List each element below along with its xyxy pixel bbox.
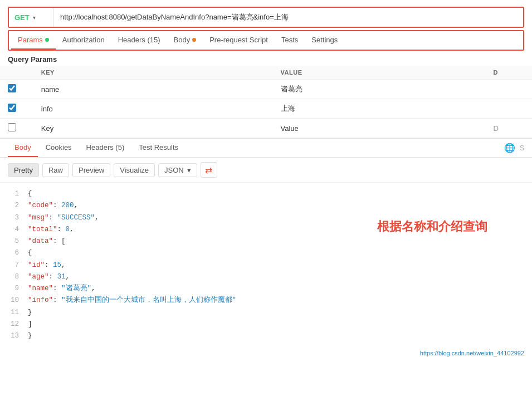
url-input[interactable] <box>53 13 523 22</box>
tab-tests[interactable]: Tests <box>275 31 305 50</box>
annotation-text: 根据名称和介绍查询 <box>377 216 487 237</box>
line-number: 1 <box>8 188 19 200</box>
json-line: 13} <box>8 330 524 342</box>
line-content: { <box>28 247 524 259</box>
checkbox-col-header <box>0 66 33 80</box>
line-number: 4 <box>8 224 19 236</box>
tab-params[interactable]: Params <box>11 31 56 50</box>
line-content: { <box>28 188 524 200</box>
json-line: 1{ <box>8 188 524 200</box>
tab-settings[interactable]: Settings <box>305 31 344 50</box>
json-line: 9 "name": "诸葛亮", <box>8 283 524 295</box>
line-number: 13 <box>8 330 19 342</box>
wrap-button[interactable]: ⇄ <box>201 162 217 178</box>
response-tab-test-results[interactable]: Test Results <box>132 139 185 157</box>
table-row-placeholder: Key Value D <box>0 119 532 138</box>
query-params-table: KEY VALUE D name 诸葛亮 info 上海 Key <box>0 66 532 138</box>
method-label: GET <box>14 13 30 22</box>
response-tab-body[interactable]: Body <box>8 139 38 157</box>
line-content: "code": 200, <box>28 200 524 212</box>
body-dot <box>192 38 196 42</box>
line-number: 2 <box>8 200 19 212</box>
globe-icon: 🌐 <box>504 143 515 153</box>
response-tabs-container: Body Cookies Headers (5) Test Results 🌐 … <box>0 138 532 158</box>
format-chevron-icon: ▾ <box>187 166 191 174</box>
row2-checkbox-cell <box>0 99 33 119</box>
line-number: 7 <box>8 260 19 271</box>
row2-desc[interactable] <box>486 99 532 119</box>
params-dot <box>45 38 49 42</box>
row2-checkbox[interactable] <box>8 104 16 112</box>
method-dropdown[interactable]: GET ▾ <box>9 8 53 27</box>
pretty-button[interactable]: Pretty <box>8 163 39 177</box>
chevron-down-icon: ▾ <box>33 14 36 21</box>
line-number: 5 <box>8 236 19 247</box>
value-col-header: VALUE <box>273 66 486 80</box>
query-params-title: Query Params <box>0 51 532 66</box>
line-content: "age": 31, <box>28 271 524 283</box>
json-line: 7 "id": 15, <box>8 260 524 271</box>
placeholder-checkbox[interactable] <box>8 123 16 131</box>
json-line: 8 "age": 31, <box>8 271 524 283</box>
line-number: 11 <box>8 307 19 319</box>
line-content: ] <box>28 319 524 330</box>
json-line: 5 "data": [ <box>8 236 524 247</box>
footer-link[interactable]: https://blog.csdn.net/weixin_44102992 <box>0 348 532 359</box>
json-line: 2 "code": 200, <box>8 200 524 212</box>
line-content: "id": 15, <box>28 260 524 271</box>
line-content: "info": "我来自中国的一个大城市，名叫上海，人们称作魔都" <box>28 295 524 306</box>
response-tab-cookies[interactable]: Cookies <box>39 139 79 157</box>
line-content: } <box>28 330 524 342</box>
line-number: 9 <box>8 283 19 295</box>
raw-button[interactable]: Raw <box>42 163 69 177</box>
json-line: 11 } <box>8 307 524 319</box>
tab-headers[interactable]: Headers (15) <box>111 31 167 50</box>
url-bar: GET ▾ <box>8 7 524 28</box>
row1-checkbox-cell <box>0 80 33 99</box>
key-col-header: KEY <box>33 66 273 80</box>
response-action-extra: S <box>520 144 524 152</box>
table-row: info 上海 <box>0 99 532 119</box>
line-content: } <box>28 307 524 319</box>
row2-value[interactable]: 上海 <box>273 99 486 119</box>
line-number: 8 <box>8 271 19 283</box>
tab-authorization[interactable]: Authorization <box>56 31 111 50</box>
row1-desc[interactable] <box>486 80 532 99</box>
request-tabs-container: Params Authorization Headers (15) Body P… <box>8 30 524 51</box>
row1-key[interactable]: name <box>33 80 273 99</box>
preview-button[interactable]: Preview <box>72 163 110 177</box>
line-number: 12 <box>8 319 19 330</box>
line-content: "data": [ <box>28 236 524 247</box>
response-actions: 🌐 S <box>504 143 524 153</box>
row1-checkbox[interactable] <box>8 84 16 92</box>
line-content: "name": "诸葛亮", <box>28 283 524 295</box>
json-line: 10 "info": "我来自中国的一个大城市，名叫上海，人们称作魔都" <box>8 295 524 306</box>
line-number: 6 <box>8 247 19 259</box>
json-line: 12 ] <box>8 319 524 330</box>
line-number: 3 <box>8 212 19 224</box>
table-row: name 诸葛亮 <box>0 80 532 99</box>
placeholder-key[interactable]: Key <box>33 119 273 138</box>
placeholder-desc[interactable]: D <box>486 119 532 138</box>
line-number: 10 <box>8 295 19 306</box>
tab-body[interactable]: Body <box>167 31 203 50</box>
visualize-button[interactable]: Visualize <box>114 163 155 177</box>
json-line: 6 { <box>8 247 524 259</box>
placeholder-value[interactable]: Value <box>273 119 486 138</box>
format-select[interactable]: JSON ▾ <box>158 163 197 177</box>
response-tab-headers[interactable]: Headers (5) <box>80 139 131 157</box>
json-viewer: 1{2 "code": 200,3 "msg": "SUCCESS",4 "to… <box>0 183 532 348</box>
format-toolbar: Pretty Raw Preview Visualize JSON ▾ ⇄ <box>0 158 532 183</box>
row1-value[interactable]: 诸葛亮 <box>273 80 486 99</box>
tab-pre-request[interactable]: Pre-request Script <box>203 31 275 50</box>
row2-key[interactable]: info <box>33 99 273 119</box>
desc-col-header: D <box>486 66 532 80</box>
